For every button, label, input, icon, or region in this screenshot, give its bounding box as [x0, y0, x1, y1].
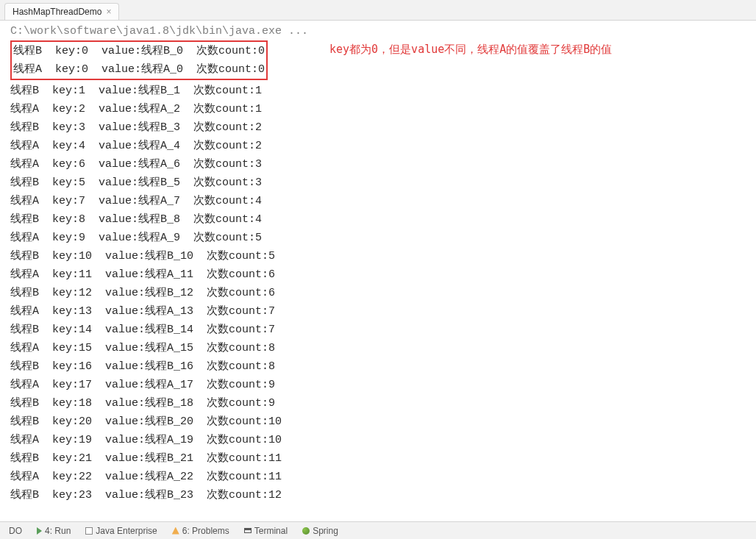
problems-button[interactable]: 6: Problems [166, 524, 235, 538]
output-lines: 线程B key:1 value:线程B_1 次数count:1线程A key:2… [10, 82, 756, 504]
output-line: 线程A key:4 value:线程A_4 次数count:2 [10, 137, 756, 155]
spring-button[interactable]: Spring [296, 524, 344, 538]
output-line: 线程A key:22 value:线程A_22 次数count:11 [10, 468, 756, 486]
java-ee-icon [85, 527, 93, 535]
spring-label: Spring [313, 526, 338, 536]
annotation-text: key都为0，但是value不同，线程A的值覆盖了线程B的值 [329, 43, 612, 57]
tab-bar: HashMapThreadDemo × [0, 0, 756, 21]
terminal-button[interactable]: Terminal [238, 524, 293, 538]
output-line: 线程A key:19 value:线程A_19 次数count:10 [10, 431, 756, 449]
warning-icon [172, 527, 179, 535]
highlight-box: 线程B key:0 value:线程B_0 次数count:0 线程A key:… [10, 40, 268, 80]
run-tab[interactable]: HashMapThreadDemo × [4, 3, 119, 20]
console-output: C:\work\software\java1.8\jdk\bin\java.ex… [0, 21, 756, 521]
spring-icon [302, 527, 310, 535]
terminal-label: Terminal [254, 526, 288, 536]
close-icon[interactable]: × [106, 7, 111, 17]
output-line: 线程B key:5 value:线程B_5 次数count:3 [10, 174, 756, 192]
run-toolwindow-button[interactable]: 4: Run [31, 524, 76, 538]
tab-title: HashMapThreadDemo [13, 7, 101, 17]
output-line: 线程B key:3 value:线程B_3 次数count:2 [10, 118, 756, 137]
output-line: 线程B key:20 value:线程B_20 次数count:10 [10, 413, 756, 431]
output-line: 线程B key:12 value:线程B_12 次数count:6 [10, 284, 756, 302]
output-line: 线程A key:7 value:线程A_7 次数count:4 [10, 192, 756, 210]
output-line: 线程A key:17 value:线程A_17 次数count:9 [10, 376, 756, 394]
output-line: 线程A key:6 value:线程A_6 次数count:3 [10, 155, 756, 174]
output-line: 线程A key:13 value:线程A_13 次数count:7 [10, 302, 756, 321]
output-line: 线程A key:0 value:线程A_0 次数count:0 [13, 60, 265, 79]
terminal-icon [244, 528, 252, 533]
output-line: 线程B key:10 value:线程B_10 次数count:5 [10, 247, 756, 265]
output-line: 线程A key:11 value:线程A_11 次数count:6 [10, 265, 756, 284]
play-icon [37, 527, 42, 535]
command-line: C:\work\software\java1.8\jdk\bin\java.ex… [10, 25, 756, 38]
todo-label: DO [9, 526, 22, 536]
output-line: 线程B key:21 value:线程B_21 次数count:11 [10, 449, 756, 468]
java-enterprise-button[interactable]: Java Enterprise [79, 524, 163, 538]
output-line: 线程B key:0 value:线程B_0 次数count:0 [13, 42, 265, 60]
output-line: 线程B key:16 value:线程B_16 次数count:8 [10, 357, 756, 376]
output-line: 线程B key:23 value:线程B_23 次数count:12 [10, 486, 756, 504]
output-line: 线程B key:18 value:线程B_18 次数count:9 [10, 394, 756, 413]
problems-label: 6: Problems [182, 526, 229, 536]
output-line: 线程A key:9 value:线程A_9 次数count:5 [10, 229, 756, 247]
java-ee-label: Java Enterprise [96, 526, 157, 536]
output-line: 线程A key:15 value:线程A_15 次数count:8 [10, 339, 756, 357]
todo-button[interactable]: DO [3, 524, 28, 538]
output-line: 线程A key:2 value:线程A_2 次数count:1 [10, 100, 756, 118]
run-label: 4: Run [45, 526, 71, 536]
output-line: 线程B key:8 value:线程B_8 次数count:4 [10, 210, 756, 229]
output-line: 线程B key:1 value:线程B_1 次数count:1 [10, 82, 756, 100]
output-line: 线程B key:14 value:线程B_14 次数count:7 [10, 321, 756, 339]
bottom-toolbar: DO 4: Run Java Enterprise 6: Problems Te… [0, 521, 756, 539]
